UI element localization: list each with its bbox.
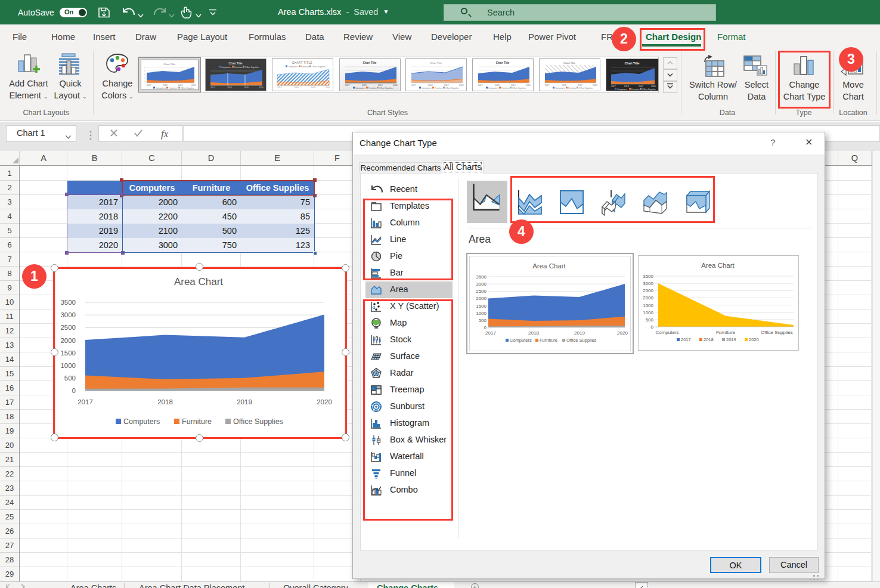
svg-text:1500: 1500 <box>643 303 653 308</box>
svg-text:CHART TITLE: CHART TITLE <box>292 61 312 64</box>
svg-text:Office Supplies: Office Supplies <box>379 87 393 89</box>
svg-text:2017: 2017 <box>611 85 616 88</box>
svg-text:2018: 2018 <box>624 85 629 88</box>
svg-text:Office Supplies: Office Supplies <box>566 338 597 343</box>
svg-text:Chart Title: Chart Title <box>496 61 510 64</box>
svg-text:2020: 2020 <box>191 84 196 86</box>
svg-text:2018: 2018 <box>495 84 500 86</box>
svg-text:Computers: Computers <box>221 66 231 69</box>
svg-text:2018: 2018 <box>362 84 367 86</box>
svg-text:Chart Title: Chart Title <box>363 61 377 64</box>
svg-text:Furniture: Furniture <box>368 87 377 89</box>
svg-text:Office Supplies: Office Supplies <box>579 87 593 89</box>
svg-text:Computers: Computers <box>655 330 678 335</box>
svg-text:Office Supplies: Office Supplies <box>312 66 326 68</box>
svg-text:Chart Title: Chart Title <box>430 61 442 64</box>
svg-text:Furniture: Furniture <box>568 87 577 89</box>
svg-text:2020: 2020 <box>393 84 398 86</box>
svg-text:2018: 2018 <box>428 84 433 86</box>
svg-text:Computers: Computers <box>555 87 565 89</box>
svg-text:Furniture: Furniture <box>234 66 243 69</box>
svg-text:Computers: Computers <box>156 87 166 89</box>
svg-text:2019: 2019 <box>244 86 249 89</box>
svg-text:2019: 2019 <box>311 86 315 89</box>
svg-text:Computers: Computers <box>422 87 432 89</box>
svg-text:Chart Title: Chart Title <box>163 63 176 66</box>
svg-text:2017: 2017 <box>681 337 691 342</box>
svg-text:Office Supplies: Office Supplies <box>181 87 194 89</box>
svg-text:2019: 2019 <box>444 84 449 86</box>
svg-text:2020: 2020 <box>593 84 597 86</box>
svg-text:2017: 2017 <box>545 84 550 86</box>
svg-text:Furniture: Furniture <box>169 87 177 89</box>
svg-text:2017: 2017 <box>277 86 282 89</box>
svg-text:2020: 2020 <box>617 330 628 336</box>
svg-text:Office Supplies: Office Supplies <box>512 87 526 89</box>
svg-text:2018: 2018 <box>294 86 299 89</box>
svg-text:Computers: Computers <box>617 88 627 91</box>
svg-text:fx: fx <box>161 128 169 140</box>
svg-text:Computers: Computers <box>355 87 365 89</box>
svg-text:Area Chart: Area Chart <box>701 262 735 269</box>
svg-text:1000: 1000 <box>476 311 487 316</box>
svg-text:2000: 2000 <box>476 296 487 301</box>
svg-text:Furniture: Furniture <box>301 66 309 68</box>
svg-text:2019: 2019 <box>378 84 383 86</box>
svg-text:Chart Title: Chart Title <box>229 61 243 65</box>
svg-text:Furniture: Furniture <box>540 338 557 343</box>
svg-text:2020: 2020 <box>326 86 330 89</box>
svg-text:2019: 2019 <box>574 330 585 336</box>
svg-text:1000: 1000 <box>643 310 653 315</box>
svg-text:2017: 2017 <box>345 84 350 86</box>
svg-text:2017: 2017 <box>478 84 483 86</box>
svg-text:Office Supplies: Office Supplies <box>445 87 459 89</box>
svg-text:2019: 2019 <box>578 84 582 86</box>
svg-text:Computers: Computers <box>288 66 298 68</box>
svg-text:2019: 2019 <box>178 84 183 86</box>
svg-text:Office Supplies: Office Supplies <box>761 330 793 335</box>
svg-text:2018: 2018 <box>227 86 232 89</box>
svg-text:Furniture: Furniture <box>631 88 640 91</box>
svg-text:Computers: Computers <box>510 338 532 343</box>
svg-text:0: 0 <box>651 324 654 330</box>
svg-text:500: 500 <box>646 317 654 323</box>
svg-text:2500: 2500 <box>643 288 653 293</box>
svg-text:2020: 2020 <box>526 84 531 86</box>
svg-text:3000: 3000 <box>476 281 487 287</box>
svg-text:Chart Title: Chart Title <box>563 61 576 64</box>
svg-text:Chart Title: Chart Title <box>625 61 640 65</box>
svg-text:3000: 3000 <box>643 281 653 286</box>
svg-text:2019: 2019 <box>639 85 643 88</box>
svg-text:2018: 2018 <box>562 84 566 86</box>
svg-text:Office Supplies: Office Supplies <box>245 66 259 69</box>
svg-text:2018: 2018 <box>528 330 539 336</box>
svg-text:2020: 2020 <box>749 337 759 342</box>
svg-text:3500: 3500 <box>643 274 653 279</box>
svg-text:Furniture: Furniture <box>716 330 736 335</box>
svg-text:0: 0 <box>484 325 487 330</box>
svg-text:Furniture: Furniture <box>435 87 443 89</box>
svg-text:2020: 2020 <box>459 84 464 86</box>
svg-text:2019: 2019 <box>511 84 516 86</box>
svg-text:2020: 2020 <box>651 85 656 88</box>
svg-text:Furniture: Furniture <box>501 87 510 89</box>
svg-text:2500: 2500 <box>476 289 487 294</box>
svg-text:Area Chart: Area Chart <box>532 262 566 270</box>
svg-text:2017: 2017 <box>485 330 496 336</box>
svg-text:2018: 2018 <box>704 337 714 342</box>
svg-text:2020: 2020 <box>259 86 264 89</box>
svg-text:2000: 2000 <box>643 295 653 301</box>
svg-text:Computers: Computers <box>488 87 498 89</box>
svg-text:3500: 3500 <box>476 274 487 280</box>
svg-text:500: 500 <box>479 318 487 323</box>
svg-text:1500: 1500 <box>476 304 487 309</box>
svg-text:Office Supplies: Office Supplies <box>642 88 656 91</box>
svg-text:2017: 2017 <box>411 84 416 86</box>
svg-text:2017: 2017 <box>147 84 151 86</box>
svg-text:2019: 2019 <box>726 337 736 342</box>
svg-text:2018: 2018 <box>163 84 168 86</box>
svg-text:2017: 2017 <box>210 86 215 89</box>
